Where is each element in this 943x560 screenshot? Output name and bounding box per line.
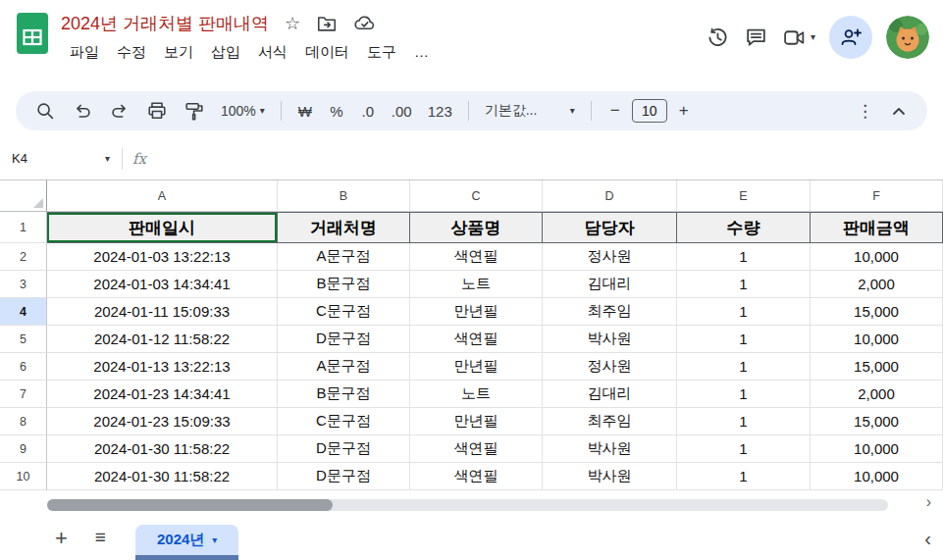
menu-tools[interactable]: 도구 [358, 40, 405, 65]
all-sheets-icon[interactable]: ≡ [95, 528, 106, 546]
cell-B2[interactable]: A문구점 [278, 243, 410, 271]
decrease-decimal-button[interactable]: .0 [353, 97, 383, 125]
cell-E8[interactable]: 1 [677, 408, 811, 435]
cell-D1[interactable]: 담당자 [543, 212, 677, 243]
column-header-C[interactable]: C [410, 180, 543, 212]
cell-D6[interactable]: 정사원 [543, 353, 677, 381]
undo-icon[interactable] [65, 97, 100, 125]
cell-A8[interactable]: 2024-01-23 15:09:33 [47, 408, 278, 435]
cell-B4[interactable]: C문구점 [278, 298, 410, 326]
comments-icon[interactable] [744, 25, 768, 50]
cell-A3[interactable]: 2024-01-03 14:34:41 [47, 271, 278, 298]
cell-E3[interactable]: 1 [677, 271, 811, 298]
more-toolbar-options-icon[interactable]: ⋮ [850, 97, 880, 125]
column-header-D[interactable]: D [543, 180, 677, 212]
cell-A9[interactable]: 2024-01-30 11:58:22 [47, 435, 278, 463]
cell-C2[interactable]: 색연필 [410, 243, 543, 271]
column-header-B[interactable]: B [278, 180, 410, 212]
menu-edit[interactable]: 수정 [108, 40, 155, 65]
cell-C10[interactable]: 색연필 [410, 463, 543, 490]
formula-input[interactable] [146, 137, 943, 179]
document-title[interactable]: 2024년 거래처별 판매내역 [61, 12, 269, 35]
cell-D10[interactable]: 박사원 [543, 463, 677, 490]
cell-F8[interactable]: 15,000 [811, 408, 943, 435]
cell-E7[interactable]: 1 [677, 381, 811, 408]
menu-file[interactable]: 파일 [61, 40, 108, 65]
font-size-input[interactable]: 10 [632, 99, 667, 123]
decrease-font-size-button[interactable]: − [601, 97, 630, 125]
cell-D8[interactable]: 최주임 [543, 408, 677, 435]
cell-F9[interactable]: 10,000 [811, 435, 943, 463]
horizontal-scrollbar-thumb[interactable] [47, 499, 333, 511]
cell-D7[interactable]: 김대리 [543, 381, 677, 408]
move-folder-icon[interactable] [316, 13, 338, 34]
cell-D9[interactable]: 박사원 [543, 435, 677, 463]
horizontal-scrollbar-track[interactable] [47, 499, 888, 511]
row-header-1[interactable]: 1 [0, 212, 47, 243]
meet-dropdown-icon[interactable]: ▾ [811, 32, 815, 42]
meet-video-icon[interactable]: ▾ [782, 25, 815, 50]
cell-B6[interactable]: A문구점 [278, 353, 410, 381]
row-header-9[interactable]: 9 [0, 435, 47, 463]
menu-insert[interactable]: 삽입 [202, 40, 249, 65]
sheet-tab-2024[interactable]: 2024년 ▾ [135, 520, 238, 560]
cell-F10[interactable]: 10,000 [811, 463, 943, 490]
cell-E6[interactable]: 1 [677, 353, 811, 381]
profile-avatar[interactable] [886, 16, 929, 59]
cell-D3[interactable]: 김대리 [543, 271, 677, 298]
scroll-right-icon[interactable]: › [926, 493, 931, 511]
format-currency-button[interactable]: ₩ [290, 97, 320, 125]
cell-B7[interactable]: B문구점 [278, 381, 410, 408]
cell-C3[interactable]: 노트 [410, 271, 543, 298]
row-header-3[interactable]: 3 [0, 271, 47, 298]
version-history-icon[interactable] [706, 25, 730, 50]
font-select[interactable]: 기본값... ▾ [478, 97, 582, 125]
search-icon[interactable] [27, 97, 63, 125]
cell-C1[interactable]: 상품명 [410, 212, 543, 243]
format-percent-button[interactable]: % [322, 97, 351, 125]
increase-decimal-button[interactable]: .00 [385, 97, 419, 125]
sheets-logo-icon[interactable] [16, 12, 49, 55]
row-header-7[interactable]: 7 [0, 381, 47, 408]
cell-B9[interactable]: D문구점 [278, 435, 410, 463]
collapse-side-panel-icon[interactable]: ‹ [924, 528, 931, 550]
cell-A1[interactable]: 판매일시 [47, 212, 278, 243]
print-icon[interactable] [139, 97, 175, 125]
cell-C6[interactable]: 만년필 [410, 353, 543, 381]
row-header-2[interactable]: 2 [0, 243, 47, 271]
cell-F7[interactable]: 2,000 [811, 381, 943, 408]
cell-A6[interactable]: 2024-01-13 13:22:13 [47, 353, 278, 381]
menu-data[interactable]: 데이터 [296, 40, 358, 65]
cell-E4[interactable]: 1 [677, 298, 811, 326]
column-header-F[interactable]: F [811, 180, 943, 212]
row-header-6[interactable]: 6 [0, 353, 47, 381]
row-header-10[interactable]: 10 [0, 463, 47, 490]
redo-icon[interactable] [102, 97, 137, 125]
star-icon[interactable]: ☆ [285, 15, 300, 32]
zoom-select[interactable]: 100% ▾ [214, 97, 272, 125]
name-box[interactable]: K4 ▾ [12, 151, 116, 166]
menu-view[interactable]: 보기 [155, 40, 202, 65]
cell-A4[interactable]: 2024-01-11 15:09:33 [47, 298, 278, 326]
cell-E2[interactable]: 1 [677, 243, 811, 271]
cell-B5[interactable]: D문구점 [278, 326, 410, 353]
cell-D4[interactable]: 최주임 [543, 298, 677, 326]
paint-format-icon[interactable] [177, 97, 212, 125]
cell-A5[interactable]: 2024-01-12 11:58:22 [47, 326, 278, 353]
cell-F3[interactable]: 2,000 [811, 271, 943, 298]
row-header-4[interactable]: 4 [0, 298, 47, 326]
cell-D2[interactable]: 정사원 [543, 243, 677, 271]
menu-overflow[interactable]: … [405, 40, 438, 65]
cell-E1[interactable]: 수량 [677, 212, 811, 243]
select-all-corner[interactable] [0, 180, 47, 212]
row-header-8[interactable]: 8 [0, 408, 47, 435]
column-header-A[interactable]: A [47, 180, 278, 212]
cell-C7[interactable]: 노트 [410, 381, 543, 408]
cell-B8[interactable]: C문구점 [278, 408, 410, 435]
cell-F6[interactable]: 15,000 [811, 353, 943, 381]
cell-E5[interactable]: 1 [677, 326, 811, 353]
cell-F5[interactable]: 10,000 [811, 326, 943, 353]
cell-E9[interactable]: 1 [677, 435, 811, 463]
hide-toolbar-icon[interactable] [882, 97, 916, 125]
add-sheet-button[interactable]: + [55, 528, 68, 549]
